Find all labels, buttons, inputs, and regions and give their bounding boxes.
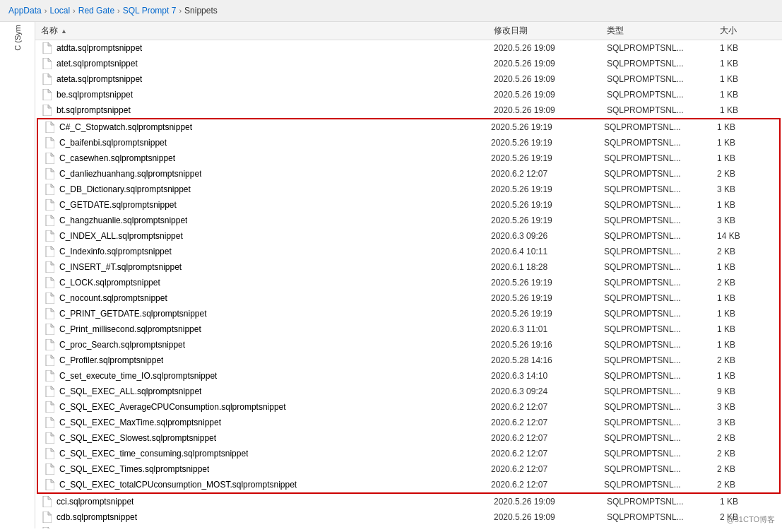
file-date: 2020.6.3 11:01 bbox=[491, 324, 604, 334]
header-date[interactable]: 修改日期 bbox=[494, 25, 607, 37]
list-item[interactable]: C_PRINT_GETDATE.sqlpromptsnippet 2020.5.… bbox=[38, 306, 779, 321]
file-name-text: be.sqlpromptsnippet bbox=[57, 90, 133, 100]
file-date: 2020.5.26 19:19 bbox=[491, 200, 604, 210]
list-item[interactable]: C_SQL_EXEC_ALL.sqlpromptsnippet 2020.6.3… bbox=[38, 384, 779, 399]
file-type: SQLPROMPTSNL... bbox=[607, 43, 720, 53]
file-size: 1 KB bbox=[717, 262, 774, 272]
list-item[interactable]: C_SQL_EXEC_MaxTime.sqlpromptsnippet 2020… bbox=[38, 415, 779, 430]
file-icon bbox=[41, 527, 52, 528]
header-size[interactable]: 大小 bbox=[720, 25, 776, 37]
list-item[interactable]: cdbsnap.sqlpromptsnippet 2020.5.26 19:09… bbox=[35, 525, 782, 528]
list-item[interactable]: C_SQL_EXEC_Times.sqlpromptsnippet 2020.6… bbox=[38, 461, 779, 477]
list-item[interactable]: C_Profiler.sqlpromptsnippet 2020.5.28 14… bbox=[38, 353, 779, 368]
file-date: 2020.5.26 19:09 bbox=[494, 512, 607, 522]
file-name-text: C_casewhen.sqlpromptsnippet bbox=[59, 153, 175, 163]
file-size: 9 KB bbox=[717, 386, 774, 396]
file-name-text: ateta.sqlpromptsnippet bbox=[57, 74, 142, 84]
header-name[interactable]: 名称 ▲ bbox=[41, 25, 494, 37]
file-date: 2020.5.26 19:09 bbox=[494, 59, 607, 69]
file-type: SQLPROMPTSNL... bbox=[607, 512, 720, 522]
file-icon bbox=[41, 496, 52, 507]
file-icon bbox=[44, 292, 55, 304]
file-size: 1 KB bbox=[717, 138, 774, 148]
list-item[interactable]: C_SQL_EXEC_AverageCPUConsumption.sqlprom… bbox=[38, 399, 779, 415]
list-item[interactable]: cci.sqlpromptsnippet 2020.5.26 19:09 SQL… bbox=[35, 494, 782, 509]
file-date: 2020.5.26 19:09 bbox=[494, 74, 607, 84]
file-name-text: C_Print_millisecond.sqlpromptsnippet bbox=[59, 324, 201, 334]
file-name-text: C_SQL_EXEC_ALL.sqlpromptsnippet bbox=[59, 386, 201, 396]
file-icon bbox=[44, 184, 55, 195]
list-item[interactable]: C_SQL_EXEC_time_consuming.sqlpromptsnipp… bbox=[38, 446, 779, 461]
list-item[interactable]: be.sqlpromptsnippet 2020.5.26 19:09 SQLP… bbox=[35, 87, 782, 102]
file-name-text: C_danliezhuanhang.sqlpromptsnippet bbox=[59, 169, 201, 179]
file-icon bbox=[44, 215, 55, 226]
list-item[interactable]: atet.sqlpromptsnippet 2020.5.26 19:09 SQ… bbox=[35, 56, 782, 71]
file-type: SQLPROMPTSNL... bbox=[604, 418, 717, 427]
file-size: 2 KB bbox=[717, 433, 774, 443]
file-type: SQLPROMPTSNL... bbox=[604, 324, 717, 334]
file-icon bbox=[44, 448, 55, 459]
breadcrumb-item-local[interactable]: Local bbox=[49, 6, 70, 16]
file-date: 2020.5.26 19:19 bbox=[491, 184, 604, 194]
file-date: 2020.5.26 19:16 bbox=[491, 340, 604, 350]
breadcrumb-sep-2: › bbox=[73, 6, 76, 15]
file-icon bbox=[41, 73, 52, 85]
file-name-text: C_proc_Search.sqlpromptsnippet bbox=[59, 340, 185, 350]
file-name-text: C_INSERT_#T.sqlpromptsnippet bbox=[59, 262, 182, 272]
file-size: 3 KB bbox=[717, 215, 774, 225]
header-type[interactable]: 类型 bbox=[607, 25, 720, 37]
list-item[interactable]: C_danliezhuanhang.sqlpromptsnippet 2020.… bbox=[38, 166, 779, 182]
file-date: 2020.5.26 19:09 bbox=[494, 90, 607, 100]
list-item[interactable]: C_Indexinfo.sqlpromptsnippet 2020.6.4 10… bbox=[38, 244, 779, 259]
file-type: SQLPROMPTSNL... bbox=[604, 184, 717, 194]
file-icon bbox=[44, 137, 55, 148]
list-item[interactable]: C_casewhen.sqlpromptsnippet 2020.5.26 19… bbox=[38, 150, 779, 166]
list-item[interactable]: C_Print_millisecond.sqlpromptsnippet 202… bbox=[38, 321, 779, 337]
file-icon bbox=[44, 230, 55, 242]
list-item[interactable]: C_GETDATE.sqlpromptsnippet 2020.5.26 19:… bbox=[38, 197, 779, 213]
file-type: SQLPROMPTSNL... bbox=[604, 340, 717, 350]
list-item[interactable]: C_SQL_EXEC_totalCPUconsumption_MOST.sqlp… bbox=[38, 477, 779, 492]
breadcrumb-item-redgate[interactable]: Red Gate bbox=[78, 6, 114, 16]
list-item[interactable]: C_SQL_EXEC_Slowest.sqlpromptsnippet 2020… bbox=[38, 430, 779, 446]
file-type: SQLPROMPTSNL... bbox=[604, 293, 717, 303]
file-name-text: C_nocount.sqlpromptsnippet bbox=[59, 293, 167, 303]
breadcrumb-item-sqlprompt7[interactable]: SQL Prompt 7 bbox=[123, 6, 177, 16]
highlighted-file-group: C#_C_Stopwatch.sqlpromptsnippet 2020.5.2… bbox=[37, 118, 781, 494]
list-item[interactable]: C_baifenbi.sqlpromptsnippet 2020.5.26 19… bbox=[38, 135, 779, 150]
main-content[interactable]: 名称 ▲ 修改日期 类型 大小 atdta.sqlpromptsnippet 2… bbox=[35, 22, 782, 528]
file-icon bbox=[44, 479, 55, 490]
list-item[interactable]: C#_C_Stopwatch.sqlpromptsnippet 2020.5.2… bbox=[38, 119, 779, 135]
file-size: 1 KB bbox=[717, 309, 774, 319]
list-item[interactable]: C_INDEX_ALL.sqlpromptsnippet 2020.6.3 09… bbox=[38, 228, 779, 244]
list-item[interactable]: atdta.sqlpromptsnippet 2020.5.26 19:09 S… bbox=[35, 40, 782, 56]
file-date: 2020.6.4 10:11 bbox=[491, 247, 604, 256]
file-date: 2020.5.26 19:19 bbox=[491, 293, 604, 303]
breadcrumb-item-appdata[interactable]: AppData bbox=[8, 6, 42, 16]
file-name-text: atdta.sqlpromptsnippet bbox=[57, 43, 142, 53]
list-item[interactable]: cdb.sqlpromptsnippet 2020.5.26 19:09 SQL… bbox=[35, 509, 782, 525]
file-type: SQLPROMPTSNL... bbox=[604, 480, 717, 490]
list-item[interactable]: C_hangzhuanlie.sqlpromptsnippet 2020.5.2… bbox=[38, 213, 779, 228]
file-date: 2020.5.26 19:19 bbox=[491, 278, 604, 288]
left-panel-label: C (Sym bbox=[13, 25, 22, 57]
list-item[interactable]: ateta.sqlpromptsnippet 2020.5.26 19:09 S… bbox=[35, 71, 782, 87]
list-item[interactable]: bt.sqlpromptsnippet 2020.5.26 19:09 SQLP… bbox=[35, 102, 782, 118]
file-size: 1 KB bbox=[717, 122, 774, 132]
list-item[interactable]: C_LOCK.sqlpromptsnippet 2020.5.26 19:19 … bbox=[38, 275, 779, 290]
file-name-text: C_baifenbi.sqlpromptsnippet bbox=[59, 138, 167, 148]
file-date: 2020.5.26 19:19 bbox=[491, 215, 604, 225]
file-type: SQLPROMPTSNL... bbox=[604, 309, 717, 319]
list-item[interactable]: C_DB_Dictionary.sqlpromptsnippet 2020.5.… bbox=[38, 182, 779, 197]
file-icon bbox=[44, 370, 55, 382]
list-item[interactable]: C_INSERT_#T.sqlpromptsnippet 2020.6.1 18… bbox=[38, 259, 779, 275]
list-item[interactable]: C_proc_Search.sqlpromptsnippet 2020.5.26… bbox=[38, 337, 779, 353]
list-item[interactable]: C_nocount.sqlpromptsnippet 2020.5.26 19:… bbox=[38, 290, 779, 306]
file-name-text: C#_C_Stopwatch.sqlpromptsnippet bbox=[59, 122, 192, 132]
file-size: 1 KB bbox=[717, 324, 774, 334]
file-size: 2 KB bbox=[717, 169, 774, 179]
file-name-text: C_Profiler.sqlpromptsnippet bbox=[59, 355, 163, 365]
list-item[interactable]: C_set_execute_time_IO.sqlpromptsnippet 2… bbox=[38, 368, 779, 384]
file-icon bbox=[44, 355, 55, 366]
file-name-text: C_LOCK.sqlpromptsnippet bbox=[59, 278, 160, 288]
